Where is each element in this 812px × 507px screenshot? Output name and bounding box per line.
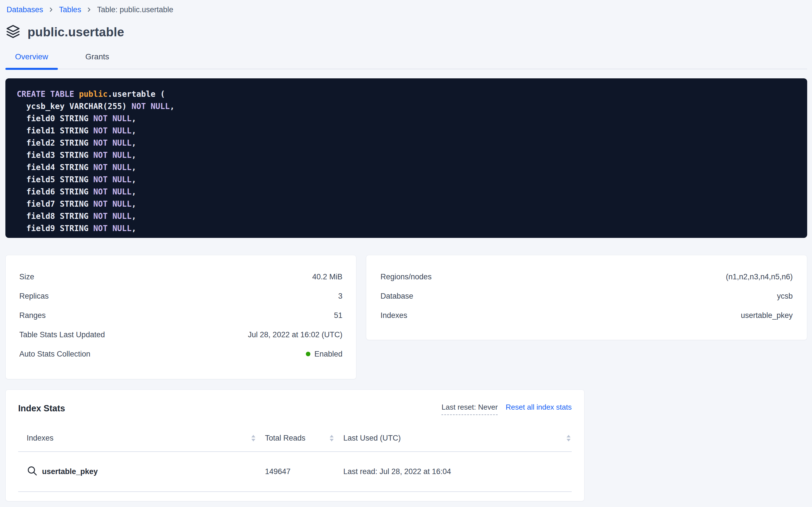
stat-value: Enabled <box>306 350 342 358</box>
table-stack-icon <box>6 24 20 40</box>
total-reads-value: 149647 <box>265 467 291 476</box>
stat-label: Table Stats Last Updated <box>19 330 105 339</box>
table-stats-card: Size 40.2 MiB Replicas 3 Ranges 51 Table… <box>5 255 356 379</box>
sql-create-statement: CREATE TABLE public.usertable ( ycsb_key… <box>17 88 796 234</box>
last-used-value: Last read: Jul 28, 2022 at 16:04 <box>343 467 451 476</box>
reset-index-stats-link[interactable]: Reset all index stats <box>506 403 572 412</box>
stat-row-replicas: Replicas 3 <box>19 286 342 306</box>
stat-row-indexes: Indexes usertable_pkey <box>380 306 793 325</box>
index-stats-card: Index Stats Last reset: Never Reset all … <box>5 390 584 501</box>
stat-row-regions: Regions/nodes (n1,n2,n3,n4,n5,n6) <box>380 267 793 286</box>
index-stats-title: Index Stats <box>18 402 65 415</box>
stat-row-stats-updated: Table Stats Last Updated Jul 28, 2022 at… <box>19 325 342 344</box>
page-header: public.usertable <box>5 24 807 40</box>
stat-label: Size <box>19 273 34 281</box>
sort-icon[interactable] <box>250 434 256 443</box>
chevron-right-icon <box>48 6 55 13</box>
chevron-right-icon <box>86 6 92 13</box>
breadcrumb-tables-link[interactable]: Tables <box>59 5 81 14</box>
header-cell-total-reads: Total Reads <box>256 434 335 443</box>
stat-label: Regions/nodes <box>380 273 432 281</box>
stat-value: Jul 28, 2022 at 16:02 (UTC) <box>248 330 342 339</box>
table-meta-card: Regions/nodes (n1,n2,n3,n4,n5,n6) Databa… <box>366 255 807 340</box>
row-cell-total-reads: 149647 <box>256 467 335 476</box>
index-link[interactable]: usertable_pkey <box>27 465 98 478</box>
stat-value: usertable_pkey <box>741 311 793 320</box>
stat-label: Ranges <box>19 311 46 320</box>
header-cell-indexes: Indexes <box>18 434 256 443</box>
tab-bar: Overview Grants <box>5 52 807 69</box>
column-label: Total Reads <box>265 434 306 443</box>
index-name: usertable_pkey <box>42 467 98 476</box>
breadcrumb: Databases Tables Table: public.usertable <box>5 4 807 15</box>
sort-icon[interactable] <box>328 434 335 443</box>
stat-value: ycsb <box>777 292 793 301</box>
table-details-page: Databases Tables Table: public.usertable… <box>0 0 812 507</box>
overview-stats: Size 40.2 MiB Replicas 3 Ranges 51 Table… <box>5 255 807 379</box>
stat-value: 51 <box>334 311 342 320</box>
tab-overview[interactable]: Overview <box>5 52 58 69</box>
index-stats-header: Index Stats Last reset: Never Reset all … <box>6 390 584 415</box>
stat-value: 40.2 MiB <box>312 273 342 281</box>
column-label: Indexes <box>27 434 54 443</box>
index-stats-table: Indexes Total Reads Last Used (UTC) <box>18 425 572 492</box>
stat-label: Auto Stats Collection <box>19 350 90 358</box>
stat-label: Database <box>380 292 414 301</box>
stat-value: (n1,n2,n3,n4,n5,n6) <box>726 273 793 281</box>
index-table-header-row: Indexes Total Reads Last Used (UTC) <box>18 425 572 452</box>
stat-label: Replicas <box>19 292 49 301</box>
header-cell-last-used: Last Used (UTC) <box>335 434 572 443</box>
index-stats-controls: Last reset: Never Reset all index stats <box>441 403 572 415</box>
row-cell-last-used: Last read: Jul 28, 2022 at 16:04 <box>335 467 572 476</box>
row-cell-index-name: usertable_pkey <box>18 465 256 478</box>
magnifier-icon <box>27 465 38 478</box>
stat-row-auto-stats: Auto Stats Collection Enabled <box>19 344 342 363</box>
stat-row-size: Size 40.2 MiB <box>19 267 342 286</box>
sql-create-statement-box: CREATE TABLE public.usertable ( ycsb_key… <box>5 78 807 238</box>
status-text: Enabled <box>314 350 342 358</box>
stat-label: Indexes <box>380 311 408 320</box>
stat-value: 3 <box>338 292 342 301</box>
breadcrumb-databases-link[interactable]: Databases <box>6 5 43 14</box>
last-reset-label: Last reset: Never <box>441 403 498 415</box>
sort-icon[interactable] <box>565 434 572 443</box>
stat-row-database: Database ycsb <box>380 286 793 306</box>
breadcrumb-current: Table: public.usertable <box>97 5 173 14</box>
index-table-row: usertable_pkey 149647 Last read: Jul 28,… <box>18 452 572 492</box>
page-title: public.usertable <box>27 25 124 39</box>
column-label: Last Used (UTC) <box>343 434 401 443</box>
tab-grants[interactable]: Grants <box>76 52 119 69</box>
stat-row-ranges: Ranges 51 <box>19 306 342 325</box>
status-dot <box>306 352 310 356</box>
